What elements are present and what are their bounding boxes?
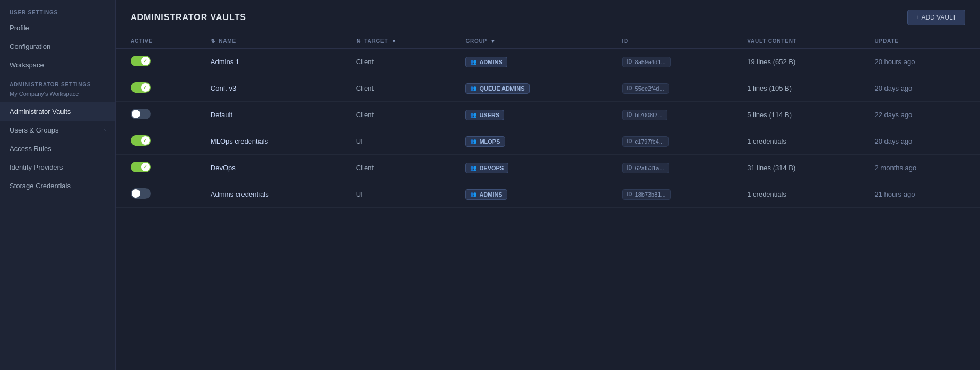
check-icon: ✓ — [143, 164, 148, 170]
chevron-down-icon: › — [104, 127, 106, 133]
vault-target: Client — [356, 111, 374, 119]
id-value: bf7008f2... — [635, 112, 663, 118]
vault-update: 2 months ago — [875, 164, 917, 172]
vault-name: Default — [211, 111, 232, 119]
toggle-active[interactable] — [131, 109, 151, 119]
sidebar: USER SETTINGS Profile Configuration Work… — [0, 0, 116, 370]
user-settings-label: USER SETTINGS — [0, 0, 115, 19]
col-target[interactable]: ⇅ TARGET ▼ — [350, 34, 459, 49]
vault-name: Admins credentials — [211, 190, 269, 198]
sidebar-item-configuration[interactable]: Configuration — [0, 37, 115, 56]
table-row[interactable]: ✓Admins 1Client👥ADMINSID8a59a4d1...19 li… — [116, 49, 980, 75]
table-row[interactable]: Admins credentialsUI👥ADMINSID18b73b81...… — [116, 181, 980, 208]
vault-update: 20 days ago — [875, 84, 913, 92]
col-id: ID — [616, 34, 741, 49]
id-label: ID — [627, 85, 632, 91]
id-badge: ID18b73b81... — [622, 189, 671, 200]
id-badge: IDbf7008f2... — [622, 110, 667, 120]
check-icon: ✓ — [143, 138, 148, 143]
group-name: ADMINS — [479, 191, 502, 198]
sidebar-item-storage-credentials[interactable]: Storage Credentials — [0, 177, 115, 195]
toggle-active[interactable]: ✓ — [131, 56, 151, 66]
group-icon: 👥 — [470, 165, 476, 171]
table-row[interactable]: ✓MLOps credentialsUI👥MLOPSIDc1797fb4...1… — [116, 128, 980, 155]
group-icon: 👥 — [470, 59, 476, 65]
sidebar-item-configuration-label: Configuration — [10, 42, 50, 50]
sort-icon: ⇅ — [356, 38, 361, 44]
vault-content: 1 lines (105 B) — [747, 84, 792, 92]
col-name[interactable]: ⇅ NAME — [204, 34, 350, 49]
vault-content: 1 credentials — [747, 137, 786, 145]
group-badge[interactable]: 👥DEVOPS — [465, 163, 508, 173]
group-badge[interactable]: 👥MLOPS — [465, 136, 505, 147]
vault-name: DevOps — [211, 164, 236, 172]
group-icon: 👥 — [470, 191, 476, 197]
vault-update: 21 hours ago — [875, 190, 915, 198]
sidebar-item-profile[interactable]: Profile — [0, 19, 115, 37]
group-badge[interactable]: 👥ADMINS — [465, 57, 507, 67]
sidebar-item-identity-providers-label: Identity Providers — [10, 163, 63, 171]
sidebar-item-storage-credentials-label: Storage Credentials — [10, 182, 71, 190]
vaults-table: ACTIVE ⇅ NAME ⇅ TARGET ▼ GROUP ▼ ID — [116, 34, 980, 208]
id-value: 62af531a... — [635, 165, 664, 171]
sidebar-item-profile-label: Profile — [10, 24, 29, 32]
id-value: 55ee2f4d... — [635, 85, 664, 92]
toggle-active[interactable] — [131, 188, 151, 199]
id-label: ID — [627, 59, 632, 65]
vault-target: Client — [356, 84, 374, 92]
vault-content: 5 lines (114 B) — [747, 111, 792, 119]
sidebar-item-users-groups-label: Users & Groups — [10, 126, 58, 134]
id-badge: ID8a59a4d1... — [622, 57, 671, 67]
sidebar-item-access-rules[interactable]: Access Rules — [0, 139, 115, 158]
page-header: ADMINISTRATOR VAULTS + ADD VAULT — [116, 0, 980, 34]
add-vault-button[interactable]: + ADD VAULT — [907, 10, 965, 25]
sidebar-item-users-groups[interactable]: Users & Groups › — [0, 121, 115, 139]
group-icon: 👥 — [470, 138, 476, 144]
vault-name: Conf. v3 — [211, 84, 236, 92]
table-row[interactable]: ✓Conf. v3Client👥QUEUE ADMINSID55ee2f4d..… — [116, 75, 980, 102]
vault-update: 22 days ago — [875, 111, 913, 119]
check-icon: ✓ — [143, 85, 148, 90]
sidebar-item-identity-providers[interactable]: Identity Providers — [0, 158, 115, 177]
workspace-name: My Company's Workspace — [0, 90, 115, 102]
group-name: ADMINS — [479, 59, 502, 65]
toggle-active[interactable]: ✓ — [131, 135, 151, 146]
vault-name: Admins 1 — [211, 58, 239, 66]
table-row[interactable]: DefaultClient👥USERSIDbf7008f2...5 lines … — [116, 102, 980, 128]
col-group: GROUP ▼ — [459, 34, 615, 49]
toggle-active[interactable]: ✓ — [131, 82, 151, 93]
filter-icon: ▼ — [392, 39, 397, 44]
col-vault-content: VAULT CONTENT — [741, 34, 868, 49]
id-label: ID — [627, 112, 632, 118]
id-value: 8a59a4d1... — [635, 59, 666, 65]
id-value: 18b73b81... — [635, 191, 666, 198]
group-badge[interactable]: 👥QUEUE ADMINS — [465, 83, 529, 94]
sidebar-item-workspace-label: Workspace — [10, 61, 44, 69]
col-update: UPDATE — [869, 34, 980, 49]
id-label: ID — [627, 165, 632, 171]
vault-target: UI — [356, 190, 363, 198]
group-name: MLOPS — [479, 138, 500, 145]
sidebar-item-workspace[interactable]: Workspace — [0, 56, 115, 74]
id-badge: IDc1797fb4... — [622, 136, 669, 147]
id-label: ID — [627, 138, 632, 144]
vault-target: Client — [356, 58, 374, 66]
sidebar-item-admin-vaults-label: Administrator Vaults — [10, 108, 71, 116]
vault-update: 20 hours ago — [875, 58, 915, 66]
sidebar-item-administrator-vaults[interactable]: Administrator Vaults — [0, 102, 115, 121]
group-name: QUEUE ADMINS — [479, 85, 524, 92]
id-label: ID — [627, 191, 632, 197]
check-icon: ✓ — [143, 58, 148, 64]
sort-icon: ⇅ — [211, 38, 215, 44]
group-badge[interactable]: 👥ADMINS — [465, 189, 507, 200]
vault-update: 20 days ago — [875, 137, 913, 145]
group-icon: 👥 — [470, 112, 476, 118]
id-badge: ID62af531a... — [622, 163, 669, 173]
vault-target: Client — [356, 164, 374, 172]
toggle-active[interactable]: ✓ — [131, 162, 151, 172]
col-active: ACTIVE — [116, 34, 204, 49]
group-badge[interactable]: 👥USERS — [465, 110, 504, 120]
vault-name: MLOps credentials — [211, 137, 268, 145]
table-row[interactable]: ✓DevOpsClient👥DEVOPSID62af531a...31 line… — [116, 155, 980, 181]
group-name: DEVOPS — [479, 165, 504, 171]
